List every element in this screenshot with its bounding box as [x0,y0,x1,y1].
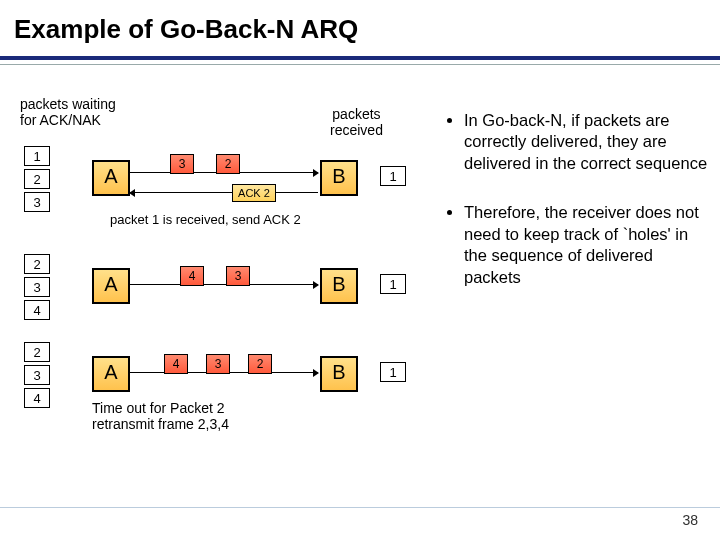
packet-in-transit: 3 [206,354,230,374]
page-title: Example of Go-Back-N ARQ [14,14,358,45]
node-a: A [92,268,130,304]
row-caption: packet 1 is received, send ACK 2 [110,212,301,227]
receiver-queue: 1 [380,166,406,189]
bullet-item: Therefore, the receiver does not need to… [464,202,708,288]
arrow-ack [130,192,318,193]
title-rule-thin [0,64,720,65]
packet-in-transit: 4 [164,354,188,374]
queue-box: 3 [24,365,50,385]
node-b: B [320,268,358,304]
queue-box: 3 [24,192,50,212]
label-received: packets received [330,106,383,138]
node-b: B [320,356,358,392]
title-rule [0,56,720,60]
delivered-box: 1 [380,274,406,294]
sender-queue: 1 2 3 [24,146,50,215]
protocol-diagram: packets waiting for ACK/NAK packets rece… [20,110,440,470]
packet-in-transit: 3 [170,154,194,174]
row-caption: Time out for Packet 2 retransmit frame 2… [92,400,229,432]
page-number: 38 [682,512,698,528]
queue-box: 1 [24,146,50,166]
label-waiting: packets waiting for ACK/NAK [20,96,116,128]
sender-queue: 2 3 4 [24,254,50,323]
receiver-queue: 1 [380,362,406,385]
packet-in-transit: 2 [248,354,272,374]
bullet-list: In Go-back-N, if packets are correctly d… [448,110,708,316]
node-b: B [320,160,358,196]
arrow-send [130,284,318,285]
sender-queue: 2 3 4 [24,342,50,411]
receiver-queue: 1 [380,274,406,297]
node-a: A [92,356,130,392]
queue-box: 4 [24,300,50,320]
ack-box: ACK 2 [232,184,276,202]
packet-in-transit: 3 [226,266,250,286]
packet-in-transit: 4 [180,266,204,286]
queue-box: 4 [24,388,50,408]
queue-box: 2 [24,169,50,189]
footer-rule [0,507,720,508]
node-a: A [92,160,130,196]
queue-box: 2 [24,254,50,274]
bullet-item: In Go-back-N, if packets are correctly d… [464,110,708,174]
queue-box: 2 [24,342,50,362]
delivered-box: 1 [380,166,406,186]
queue-box: 3 [24,277,50,297]
delivered-box: 1 [380,362,406,382]
packet-in-transit: 2 [216,154,240,174]
